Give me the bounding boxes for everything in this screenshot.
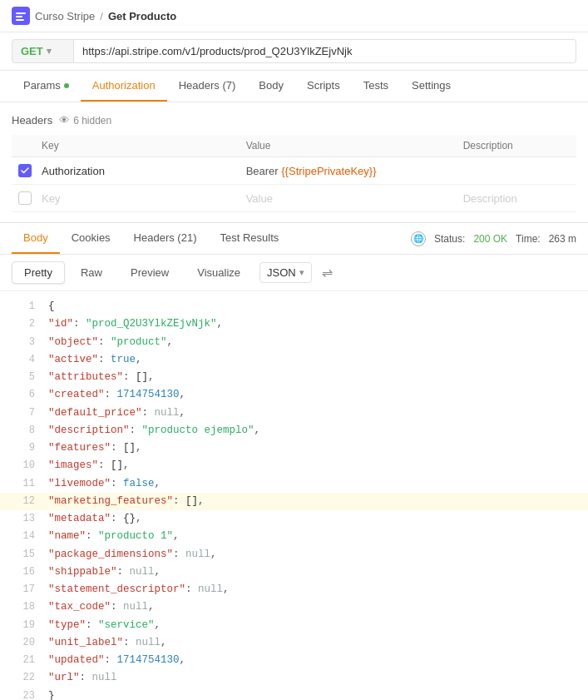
svg-rect-1 [16, 16, 22, 17]
body-tab-cookies[interactable]: Cookies [60, 223, 122, 254]
line-num: 4 [12, 351, 35, 368]
header-row-empty: Key Value Description [12, 185, 576, 212]
method-select[interactable]: GET ▾ [12, 39, 74, 63]
json-line-15: 15"package_dimensions": null, [12, 546, 576, 563]
line-num: 2 [12, 315, 35, 332]
col-key: Key [35, 135, 240, 157]
body-tab-test-results[interactable]: Test Results [208, 223, 290, 254]
line-content: "created": 1714754130, [48, 386, 185, 404]
empty-checkbox[interactable] [18, 191, 32, 205]
json-line-17: 17"statement_descriptor": null, [12, 581, 576, 598]
line-num: 13 [12, 510, 35, 527]
line-content: "object": "product", [48, 334, 173, 351]
line-num: 10 [12, 457, 35, 474]
body-section: Body Cookies Headers (21) Test Results 🌐… [0, 223, 588, 700]
svg-rect-2 [16, 19, 24, 21]
json-line-1: 1{ [12, 298, 576, 315]
time-value: 263 m [549, 233, 576, 245]
status-info: 🌐 Status: 200 OK Time: 263 m [411, 231, 576, 246]
line-num: 6 [12, 386, 35, 403]
json-select-label: JSON [267, 266, 296, 279]
line-num: 1 [12, 298, 35, 315]
json-line-8: 8"description": "producto ejemplo", [12, 422, 576, 439]
request-tabs: Params Authorization Headers (7) Body Sc… [0, 71, 588, 102]
format-row: Pretty Raw Preview Visualize JSON ▾ ⇌ [0, 255, 588, 291]
tab-headers[interactable]: Headers (7) [167, 71, 248, 102]
params-dot [64, 83, 69, 88]
url-input[interactable] [74, 39, 576, 63]
line-num: 20 [12, 634, 35, 651]
eye-icon: 👁 [59, 114, 70, 127]
line-num: 19 [12, 617, 35, 633]
json-line-23: 23} [12, 688, 576, 701]
json-line-7: 7"default_price": null, [12, 405, 576, 422]
header-row-authorization: Authorization Bearer {{StripePrivateKey}… [12, 157, 576, 185]
line-num: 18 [12, 598, 35, 615]
breadcrumb-current: Get Producto [108, 10, 176, 22]
json-format-select[interactable]: JSON ▾ [259, 262, 312, 283]
tab-scripts-label: Scripts [307, 79, 340, 92]
line-content: "features": [], [48, 439, 142, 457]
tab-settings[interactable]: Settings [400, 71, 462, 102]
format-visualize[interactable]: Visualize [185, 261, 253, 284]
line-num: 12 [12, 493, 35, 509]
body-tab-cookies-label: Cookies [72, 231, 111, 244]
line-content: "marketing_features": [], [48, 493, 205, 510]
line-content: "livemode": false, [48, 475, 161, 493]
line-num: 16 [12, 563, 35, 580]
line-content: "updated": 1714754130, [48, 652, 185, 669]
line-num: 11 [12, 475, 35, 492]
headers-section: Headers 👁 6 hidden Key Value Description [0, 102, 588, 212]
line-content: } [48, 688, 55, 701]
tab-params-label: Params [23, 79, 61, 92]
method-chevron: ▾ [47, 46, 52, 57]
tab-params[interactable]: Params [12, 71, 81, 102]
line-content: "id": "prod_Q2U3YlkZEjvNjk", [48, 315, 223, 333]
auth-checkbox[interactable] [18, 164, 32, 177]
body-tab-actions: 🌐 Status: 200 OK Time: 263 m [411, 231, 576, 246]
auth-description [457, 157, 576, 185]
json-line-11: 11"livemode": false, [12, 475, 576, 493]
tab-headers-label: Headers (7) [179, 79, 236, 92]
filter-icon[interactable]: ⇌ [322, 265, 333, 280]
method-label: GET [21, 45, 43, 57]
format-preview[interactable]: Preview [118, 261, 181, 284]
time-label: Time: [516, 233, 541, 245]
line-content: "tax_code": null, [48, 598, 155, 616]
status-label: Status: [434, 233, 465, 245]
json-line-4: 4"active": true, [12, 351, 576, 369]
line-num: 3 [12, 334, 35, 350]
body-tab-body[interactable]: Body [12, 223, 60, 254]
format-raw[interactable]: Raw [68, 261, 115, 284]
tab-scripts[interactable]: Scripts [295, 71, 352, 102]
line-content: "package_dimensions": null, [48, 546, 217, 563]
tab-body[interactable]: Body [247, 71, 295, 102]
breadcrumb-parent: Curso Stripe [35, 10, 95, 22]
svg-rect-0 [16, 12, 26, 14]
empty-key-cell: Key [35, 185, 240, 212]
json-line-18: 18"tax_code": null, [12, 598, 576, 616]
globe-icon: 🌐 [411, 231, 426, 246]
tab-tests[interactable]: Tests [352, 71, 400, 102]
line-content: "type": "service", [48, 617, 161, 634]
line-content: "images": [], [48, 457, 130, 474]
line-content: "attributes": [], [48, 369, 155, 386]
json-line-3: 3"object": "product", [12, 334, 576, 351]
body-tab-body-label: Body [23, 231, 48, 244]
json-area: 1{2"id": "prod_Q2U3YlkZEjvNjk",3"object"… [0, 291, 588, 700]
json-line-19: 19"type": "service", [12, 617, 576, 634]
line-num: 14 [12, 528, 35, 544]
line-content: "name": "producto 1", [48, 528, 180, 545]
hidden-badge: 👁 6 hidden [59, 114, 111, 127]
tab-body-label: Body [259, 79, 284, 92]
format-pretty[interactable]: Pretty [12, 261, 65, 284]
line-num: 23 [12, 688, 35, 701]
tab-authorization[interactable]: Authorization [81, 71, 167, 102]
auth-key: Authorization [35, 157, 240, 185]
json-select-chevron: ▾ [299, 267, 304, 278]
line-num: 22 [12, 669, 35, 686]
json-line-6: 6"created": 1714754130, [12, 386, 576, 404]
line-num: 9 [12, 439, 35, 456]
body-tab-headers21[interactable]: Headers (21) [122, 223, 209, 254]
tab-authorization-label: Authorization [92, 79, 156, 92]
